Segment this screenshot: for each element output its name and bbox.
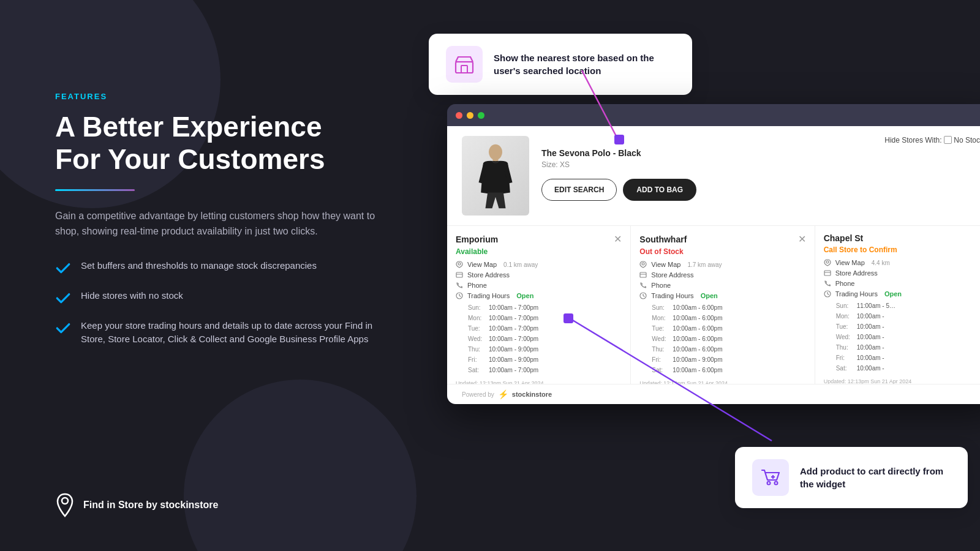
- callout-bottom: Add product to cart directly from the wi…: [735, 447, 968, 508]
- product-image: [462, 136, 529, 216]
- view-map-chapel[interactable]: View Map 4.4 km: [824, 259, 980, 266]
- clock-icon-3: [824, 290, 831, 298]
- trading-hours-emporium: Trading Hours Open: [456, 292, 622, 299]
- callout-top-text: Show the nearest store based on the user…: [494, 51, 675, 77]
- browser-content: Hide Stores With: No Stock The Sevona Po…: [447, 126, 980, 404]
- phone-emporium[interactable]: Phone: [456, 282, 622, 289]
- pin-icon: [55, 493, 75, 517]
- right-area: Show the nearest store based on the user…: [429, 0, 980, 551]
- phone-southwharf[interactable]: Phone: [639, 282, 805, 289]
- svg-point-4: [489, 144, 502, 160]
- browser-mockup: Hide Stores With: No Stock The Sevona Po…: [447, 104, 980, 404]
- store-address-chapel[interactable]: Store Address: [824, 269, 980, 277]
- check-icon-3: [55, 320, 71, 335]
- trading-hours-chapel: Trading Hours Open: [824, 290, 980, 298]
- product-info: Hide Stores With: No Stock The Sevona Po…: [541, 136, 980, 201]
- svg-point-25: [775, 482, 778, 485]
- svg-rect-7: [456, 272, 462, 277]
- browser-bar: [447, 104, 980, 126]
- close-emporium[interactable]: ✕: [614, 233, 622, 245]
- powered-by-row: Powered by ⚡ stockinstore: [447, 384, 980, 404]
- close-southwharf[interactable]: ✕: [798, 233, 806, 245]
- phone-icon-3: [824, 280, 831, 287]
- hours-table-emporium: Sun:10:00am - 7:00pm Mon:10:00am - 7:00p…: [468, 302, 622, 375]
- hide-stores-row: Hide Stores With: No Stock: [541, 136, 980, 144]
- person-silhouette: [471, 142, 520, 209]
- map-pin-icon: [456, 261, 463, 268]
- clock-icon-2: [639, 292, 647, 299]
- no-stock-checkbox[interactable]: [944, 136, 952, 144]
- features-label: FEATURES: [55, 92, 398, 101]
- bg-circle-bottom: [184, 380, 417, 551]
- browser-dot-red: [456, 112, 462, 119]
- feature-item-1: Set buffers and thresholds to manage sto…: [55, 259, 398, 276]
- svg-point-12: [642, 263, 644, 265]
- store-address-emporium[interactable]: Store Address: [456, 271, 622, 279]
- divider-line: [55, 189, 135, 191]
- brand-name: Find in Store by stockinstore: [83, 500, 218, 511]
- store-header-southwharf: Southwharf ✕: [639, 233, 805, 245]
- map-pin-icon-3: [824, 259, 831, 266]
- svg-line-11: [459, 296, 461, 297]
- svg-point-6: [458, 263, 461, 265]
- cart-icon-bg: [752, 459, 789, 496]
- feature-item-3: Keep your store trading hours and detail…: [55, 319, 398, 347]
- add-to-bag-button[interactable]: ADD TO BAG: [623, 179, 696, 201]
- browser-dot-green: [478, 112, 484, 119]
- status-chapel: Call Store to Confirm: [824, 246, 980, 254]
- check-icon-2: [55, 290, 71, 305]
- product-name: The Sevona Polo - Black: [541, 148, 980, 158]
- view-map-emporium[interactable]: View Map 0.1 km away: [456, 261, 622, 268]
- feature-item-2: Hide stores with no stock: [55, 289, 398, 305]
- store-icon-bg: [446, 46, 483, 83]
- svg-point-24: [767, 482, 771, 485]
- check-icon-1: [55, 260, 71, 276]
- button-row: EDIT SEARCH ADD TO BAG: [541, 179, 980, 201]
- svg-line-17: [643, 296, 645, 297]
- map-pin-icon-2: [639, 261, 647, 268]
- store-name-chapel: Chapel St: [824, 233, 864, 243]
- store-header-emporium: Emporium ✕: [456, 233, 622, 245]
- store-col-emporium: Emporium ✕ Available View Map 0.1 km awa…: [447, 226, 631, 384]
- callout-bottom-text: Add product to cart directly from the wi…: [800, 465, 951, 490]
- callout-top: Show the nearest store based on the user…: [429, 34, 692, 95]
- stockinstore-logo: stockinstore: [512, 391, 552, 398]
- phone-icon-2: [639, 282, 647, 289]
- svg-point-18: [826, 261, 829, 263]
- svg-rect-13: [640, 272, 646, 277]
- stores-row: Emporium ✕ Available View Map 0.1 km awa…: [447, 226, 980, 384]
- svg-line-23: [827, 294, 829, 295]
- address-icon-3: [824, 269, 831, 277]
- store-col-chapel: Chapel St Call Store to Confirm View Map…: [815, 226, 980, 384]
- left-panel: FEATURES A Better Experience For Your Cu…: [55, 92, 398, 347]
- cart-icon: [760, 467, 782, 489]
- hours-table-chapel: Sun:11:00am - 5… Mon:10:00am - Tue:10:00…: [836, 301, 980, 373]
- phone-chapel[interactable]: Phone: [824, 280, 980, 287]
- store-icon: [453, 53, 475, 75]
- store-name-southwharf: Southwharf: [639, 234, 687, 244]
- product-area: Hide Stores With: No Stock The Sevona Po…: [447, 126, 980, 226]
- svg-rect-2: [461, 66, 467, 73]
- clock-icon: [456, 292, 463, 299]
- address-icon: [456, 271, 463, 279]
- phone-icon: [456, 282, 463, 289]
- store-address-southwharf[interactable]: Store Address: [639, 271, 805, 279]
- address-icon-2: [639, 271, 647, 279]
- view-map-southwharf[interactable]: View Map 1.7 km away: [639, 261, 805, 268]
- status-emporium: Available: [456, 247, 622, 256]
- svg-rect-19: [824, 271, 831, 276]
- svg-rect-1: [456, 62, 473, 73]
- widget-panel: Hide Stores With: No Stock The Sevona Po…: [447, 126, 980, 404]
- svg-point-0: [62, 498, 68, 504]
- edit-search-button[interactable]: EDIT SEARCH: [541, 179, 617, 201]
- store-col-southwharf: Southwharf ✕ Out of Stock View Map 1.7 k…: [631, 226, 815, 384]
- trading-hours-southwharf: Trading Hours Open: [639, 292, 805, 299]
- product-size: Size: XS: [541, 160, 980, 169]
- feature-list: Set buffers and thresholds to manage sto…: [55, 259, 398, 347]
- bottom-brand: Find in Store by stockinstore: [55, 493, 218, 517]
- status-southwharf: Out of Stock: [639, 247, 805, 256]
- description: Gain a competitive advantage by letting …: [55, 208, 398, 239]
- updated-chapel: Updated: 12:13pm Sun 21 Apr 2024: [824, 378, 980, 384]
- store-name-emporium: Emporium: [456, 234, 498, 244]
- main-heading: A Better Experience For Your Customers: [55, 111, 398, 176]
